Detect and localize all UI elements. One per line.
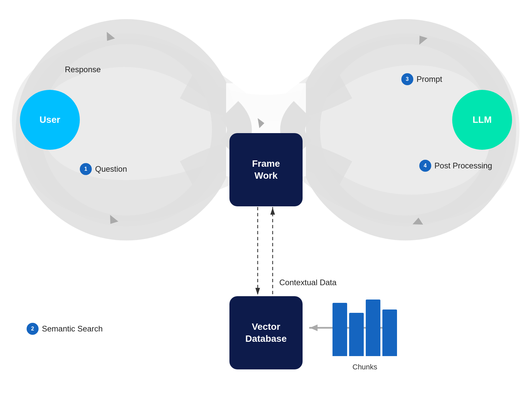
step2-badge: 2	[27, 323, 39, 335]
step3-label-group: 3 Prompt	[401, 73, 442, 85]
user-node: User	[20, 90, 80, 150]
svg-marker-14	[255, 288, 260, 295]
step2-label-group: 2 Semantic Search	[27, 323, 103, 335]
framework-node: Frame Work	[229, 133, 303, 206]
step3-label: Prompt	[417, 75, 442, 84]
step4-label: Post Processing	[435, 161, 492, 170]
contextual-data-label: Contextual Data	[279, 278, 336, 287]
chunk-bar	[382, 310, 397, 356]
response-label: Response	[65, 65, 101, 74]
diagram-container: User LLM Frame Work Vector Database 1 Qu…	[0, 0, 532, 414]
step4-badge: 4	[419, 160, 431, 172]
vector-db-node: Vector Database	[229, 296, 303, 369]
chunk-bar	[366, 300, 380, 356]
chunk-bar	[332, 303, 347, 356]
chunks-label: Chunks	[352, 363, 377, 371]
svg-marker-13	[270, 208, 275, 215]
svg-marker-16	[310, 324, 318, 331]
step4-label-group: 4 Post Processing	[419, 160, 492, 172]
step1-badge: 1	[80, 163, 92, 175]
chunk-bar	[349, 313, 364, 356]
chunks-visual	[332, 300, 397, 356]
step2-label: Semantic Search	[42, 324, 103, 333]
step3-badge: 3	[401, 73, 413, 85]
llm-node: LLM	[452, 90, 512, 150]
step1-label-group: 1 Question	[80, 163, 127, 175]
step1-label: Question	[95, 164, 127, 174]
